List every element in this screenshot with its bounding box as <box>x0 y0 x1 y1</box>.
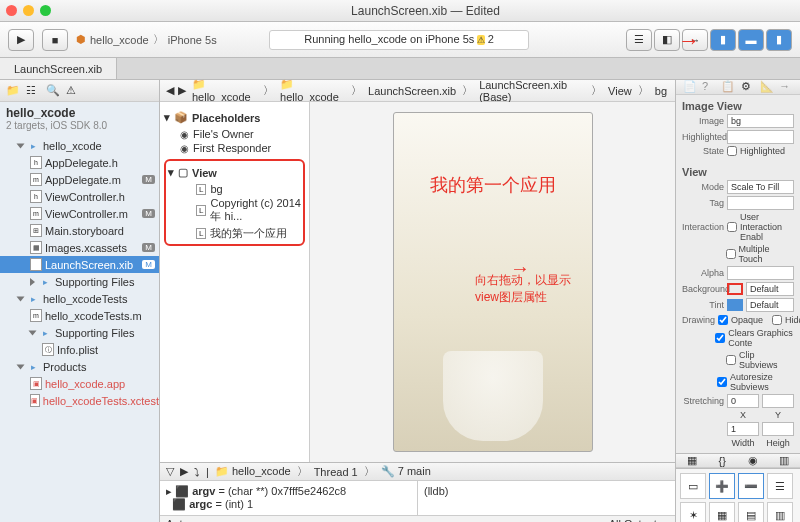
outline-item[interactable]: L bg <box>168 182 301 196</box>
stop-button[interactable]: ■ <box>42 29 68 51</box>
tint-swatch[interactable] <box>727 299 743 311</box>
identity-inspector-icon[interactable]: 📋 <box>721 80 735 94</box>
size-inspector-icon[interactable]: 📐 <box>760 80 774 94</box>
editor-standard-button[interactable]: ☰ <box>626 29 652 51</box>
output-selector[interactable]: All Output ⌄ <box>609 518 669 522</box>
scheme-breadcrumb[interactable]: ⬢ hello_xcode 〉 iPhone 5s <box>76 32 217 47</box>
placeholders-header[interactable]: ▾📦 Placeholders <box>164 111 305 124</box>
lib-item[interactable]: ✶ <box>680 502 706 522</box>
debug-area: ▽ ▶ ⤵ | 📁 hello_xcode〉 Thread 1〉 🔧 7 mai… <box>160 462 675 522</box>
outline-item[interactable]: L Copyright (c) 2014年 hi... <box>168 196 301 225</box>
debug-continue-button[interactable]: ▶ <box>180 465 188 478</box>
nav-folder[interactable]: ▸hello_xcodeTests <box>0 290 159 307</box>
debug-step-button[interactable]: ⤵ <box>194 466 200 478</box>
nav-file[interactable]: mViewController.mM <box>0 205 159 222</box>
view-header[interactable]: ▾▢ View <box>168 166 301 179</box>
nav-file[interactable]: mhello_xcodeTests.m <box>0 307 159 324</box>
console-view[interactable]: (lldb) <box>418 481 675 515</box>
annotation-text: 向右拖动，以显示view图层属性 <box>475 272 585 306</box>
attributes-inspector-icon[interactable]: ⚙ <box>741 80 755 94</box>
nav-file[interactable]: mAppDelegate.mM <box>0 171 159 188</box>
lib-item[interactable]: ➕ <box>709 473 735 499</box>
pane-debug-button[interactable]: ▬ <box>738 29 764 51</box>
multitouch-checkbox[interactable] <box>726 249 736 259</box>
close-dot[interactable] <box>6 5 17 16</box>
nav-folder[interactable]: ▸Supporting Files <box>0 273 159 290</box>
nav-file[interactable]: ▣hello_xcode.app <box>0 375 159 392</box>
background-image <box>443 351 543 441</box>
image-field[interactable]: bg <box>727 114 794 128</box>
minimize-dot[interactable] <box>23 5 34 16</box>
outline-item[interactable]: L 我的第一个应用 <box>168 225 301 242</box>
highlighted-field[interactable] <box>727 130 794 144</box>
jump-bar[interactable]: ◀ ▶ 📁 hello_xcode〉 📁 hello_xcode〉 Launch… <box>160 80 675 102</box>
symbol-nav-icon[interactable]: ☷ <box>26 84 40 98</box>
lib-item[interactable]: ▥ <box>767 502 793 522</box>
clip-checkbox[interactable] <box>726 355 736 365</box>
nav-file-selected[interactable]: ⊞LaunchScreen.xibM <box>0 256 159 273</box>
lib-item[interactable]: ➖ <box>738 473 764 499</box>
run-button[interactable]: ▶ <box>8 29 34 51</box>
help-inspector-icon[interactable]: ? <box>702 80 716 94</box>
stretch-h[interactable] <box>762 422 794 436</box>
variables-view[interactable]: ▸ ⬛ argv = (char **) 0x7fff5e2462c8 ⬛ ar… <box>160 481 418 515</box>
nav-file[interactable]: hViewController.h <box>0 188 159 205</box>
forward-button[interactable]: ▶ <box>178 84 186 97</box>
window-title: LaunchScreen.xib — Edited <box>57 4 794 18</box>
nav-file[interactable]: ▦Images.xcassetsM <box>0 239 159 256</box>
bg-swatch[interactable] <box>727 283 743 295</box>
nav-file[interactable]: hAppDelegate.h <box>0 154 159 171</box>
outline-item[interactable]: ◉ First Responder <box>164 141 305 155</box>
alpha-field[interactable] <box>727 266 794 280</box>
issue-nav-icon[interactable]: ⚠ <box>66 84 80 98</box>
hidden-checkbox[interactable] <box>772 315 782 325</box>
tag-field[interactable] <box>727 196 794 210</box>
nav-folder[interactable]: ▸Products <box>0 358 159 375</box>
canvas-area[interactable]: 我的第一个应用 → 向右拖动，以显示view图层属性 <box>310 102 675 462</box>
search-nav-icon[interactable]: 🔍 <box>46 84 60 98</box>
lib-tab-icon[interactable]: ◉ <box>748 454 758 467</box>
back-button[interactable]: ◀ <box>166 84 174 97</box>
object-library: ▭ ➕ ➖ ☰ ✶ ▦ ▤ ▥ ▭ ▬ ◐ ▣ <box>676 468 800 522</box>
autoresize-checkbox[interactable] <box>717 377 727 387</box>
stretch-y[interactable] <box>762 394 794 408</box>
project-navigator: 📁 ☷ 🔍 ⚠ hello_xcode 2 targets, iOS SDK 8… <box>0 80 160 522</box>
state-checkbox[interactable] <box>727 146 737 156</box>
mode-select[interactable]: Scale To Fill <box>727 180 794 194</box>
outline-item[interactable]: ◉ File's Owner <box>164 127 305 141</box>
inspector-panel: 📄 ? 📋 ⚙ 📐 → → Image View Imagebg Highlig… <box>675 80 800 522</box>
stretch-w[interactable]: 1 <box>727 422 759 436</box>
file-tab[interactable]: LaunchScreen.xib <box>0 58 117 79</box>
nav-file[interactable]: ▣hello_xcodeTests.xctest <box>0 392 159 409</box>
lib-item[interactable]: ☰ <box>767 473 793 499</box>
traffic-lights[interactable] <box>6 5 51 16</box>
nav-folder[interactable]: ▸hello_xcode <box>0 137 159 154</box>
warning-badge[interactable]: ⚠ <box>477 35 485 45</box>
file-inspector-icon[interactable]: 📄 <box>683 80 697 94</box>
bg-select[interactable]: Default <box>746 282 794 296</box>
user-interaction-checkbox[interactable] <box>727 222 737 232</box>
lib-item[interactable]: ▦ <box>709 502 735 522</box>
lib-item[interactable]: ▤ <box>738 502 764 522</box>
pane-util-button[interactable]: ▮ <box>766 29 792 51</box>
pane-nav-button[interactable]: ▮ <box>710 29 736 51</box>
opaque-checkbox[interactable] <box>718 315 728 325</box>
clears-checkbox[interactable] <box>715 333 725 343</box>
lib-tab-icon[interactable]: ▥ <box>779 454 789 467</box>
lib-item[interactable]: ▭ <box>680 473 706 499</box>
project-header[interactable]: hello_xcode 2 targets, iOS SDK 8.0 <box>0 102 159 135</box>
debug-hide-button[interactable]: ▽ <box>166 465 174 478</box>
editor-assistant-button[interactable]: ◧ <box>654 29 680 51</box>
auto-selector[interactable]: Auto ⌄ <box>166 518 201 522</box>
folder-nav-icon[interactable]: 📁 <box>6 84 20 98</box>
connections-inspector-icon[interactable]: → <box>779 80 793 94</box>
nav-file[interactable]: ⊞Main.storyboard <box>0 222 159 239</box>
stretch-x[interactable]: 0 <box>727 394 759 408</box>
zoom-dot[interactable] <box>40 5 51 16</box>
nav-folder[interactable]: ▸Supporting Files <box>0 324 159 341</box>
tint-select[interactable]: Default <box>746 298 794 312</box>
lib-tab-icon[interactable]: {} <box>718 455 725 467</box>
lib-tab-icon[interactable]: ▦ <box>687 454 697 467</box>
document-outline: ▾📦 Placeholders ◉ File's Owner ◉ First R… <box>160 102 310 462</box>
nav-file[interactable]: ⓘInfo.plist <box>0 341 159 358</box>
